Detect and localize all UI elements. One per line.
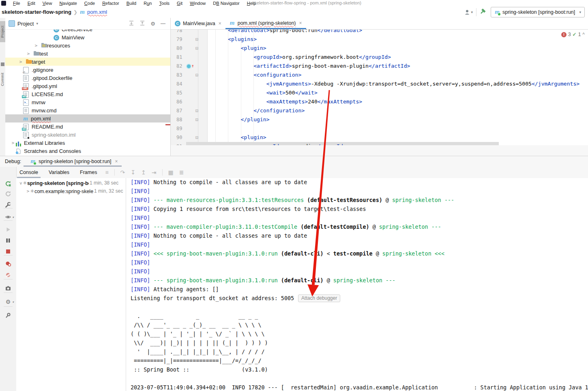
stop-icon[interactable] <box>5 248 11 254</box>
menu-refactor[interactable]: Refactor <box>99 1 123 6</box>
close-icon[interactable]: × <box>115 159 118 164</box>
app-logo-icon[interactable] <box>1 1 6 6</box>
step-over-icon[interactable]: ↷ <box>120 169 125 176</box>
settings-gear-icon[interactable]: ⚙▾ <box>5 298 11 305</box>
stripe-tab-project[interactable]: Project <box>0 21 5 42</box>
code-line-84[interactable]: 84 <jvmArguments>-Xdebug -Xrunjdwp:trans… <box>171 79 588 88</box>
user-profile-icon[interactable]: ▾ <box>464 9 473 15</box>
attach-debugger-link[interactable]: Attach debugger <box>298 294 340 302</box>
threads-view-icon[interactable]: ≣ <box>179 169 184 176</box>
menu-run[interactable]: Run <box>140 1 155 6</box>
chevron-right-icon[interactable]: > <box>11 139 15 147</box>
code-line-87[interactable]: 87⊟ </configuration> <box>171 106 588 115</box>
tree-item-resources[interactable]: >resources <box>5 41 170 49</box>
code-line-85[interactable]: 85 <wait>500</wait> <box>171 88 588 97</box>
code-line-90[interactable]: 90⊟ <plugin> <box>171 133 588 142</box>
pin-icon[interactable] <box>5 312 11 318</box>
collapse-all-icon[interactable] <box>139 20 145 27</box>
layout-settings-icon[interactable]: ≡ <box>105 169 108 176</box>
rerun-icon[interactable] <box>5 180 11 187</box>
tree-item-mainview[interactable]: CMainView <box>5 33 170 41</box>
tree-item-scratches-and-consoles[interactable]: Scratches and Consoles <box>5 147 170 155</box>
fold-marker-icon[interactable]: ⊟ <box>195 35 198 44</box>
close-icon[interactable]: × <box>219 21 221 26</box>
editor-tab-mainview.java[interactable]: CMainView.java× <box>171 18 225 29</box>
menu-code[interactable]: Code <box>81 1 99 6</box>
rerun-failed-tests-icon[interactable] <box>5 190 11 197</box>
code-line-86[interactable]: 86 <maxAttempts>240</maxAttempts> <box>171 97 588 106</box>
collapse-widget-icon[interactable]: ^ <box>582 32 585 37</box>
run-configuration-select[interactable]: m spring-skeleton [spring-boot:run] ▾ <box>491 7 585 17</box>
debug-tab-frames[interactable]: Frames <box>80 167 97 178</box>
tree-item-pom-xml[interactable]: mpom.xml <box>5 114 170 122</box>
stripe-tab-commit[interactable]: Commit <box>0 70 5 89</box>
session-settings-wrench-icon[interactable] <box>5 201 11 208</box>
inspection-widget[interactable]: ! 3 ✓ 1 ^ <box>561 32 585 37</box>
menu-window[interactable]: Window <box>186 1 209 6</box>
debug-tab-console[interactable]: Console <box>19 167 38 178</box>
close-icon[interactable]: × <box>299 20 302 26</box>
navigate-gutter-icon[interactable]: ↑ <box>186 62 194 71</box>
menu-navigate[interactable]: Navigate <box>56 1 80 6</box>
debug-tree-item[interactable]: >∗spring-skeleton [spring-boot1 min, 38 … <box>19 179 118 187</box>
code-line-81[interactable]: 81 <groupId>org.springframework.boot</gr… <box>171 53 588 62</box>
code-line-80[interactable]: 80⊟ <plugin> <box>171 44 588 53</box>
chevron-right-icon[interactable]: > <box>19 58 23 66</box>
menu-db-navigator[interactable]: DB Navigator <box>209 1 243 6</box>
menu-build[interactable]: Build <box>123 1 140 6</box>
build-hammer-icon[interactable] <box>480 8 487 16</box>
tree-item-license-md[interactable]: MDLICENSE.md <box>5 90 170 98</box>
menu-tools[interactable]: Tools <box>155 1 173 6</box>
chevron-right-icon[interactable]: > <box>34 42 38 50</box>
project-view-chevron-icon[interactable]: ▾ <box>36 21 38 26</box>
fold-marker-icon[interactable]: ⊟ <box>195 115 198 124</box>
code-line-88[interactable]: 88⊟ </plugin> <box>171 115 588 124</box>
view-breakpoints-icon[interactable] <box>5 260 11 266</box>
menu-git[interactable]: Git <box>173 1 186 6</box>
tree-item--gitpod-yml[interactable]: YML.gitpod.yml <box>5 82 170 90</box>
gear-icon[interactable]: ⚙ <box>150 21 155 27</box>
tree-item-mvnw-cmd[interactable]: mvnw.cmd <box>5 106 170 114</box>
view-options-eye-icon[interactable]: ▾ <box>5 213 11 220</box>
mute-breakpoints-icon[interactable] <box>5 271 11 278</box>
fold-marker-icon[interactable]: ⊟ <box>195 106 198 115</box>
pause-icon[interactable] <box>5 237 11 243</box>
tree-item-external-libraries[interactable]: >External Libraries <box>5 139 170 147</box>
tree-item-spring-skeleton-iml[interactable]: spring-skeleton.iml <box>5 131 170 139</box>
breadcrumb-file[interactable]: pom.xml <box>87 9 107 15</box>
code-line-91[interactable]: 91 <groupId>com.vaadin</groupId> <box>171 142 588 145</box>
menu-file[interactable]: File <box>9 1 24 6</box>
breadcrumb-project[interactable]: skeleton-starter-flow-spring <box>2 9 71 15</box>
run-to-cursor-icon[interactable]: ⇥ <box>152 169 157 176</box>
chevron-down-icon[interactable]: > <box>17 181 25 185</box>
resume-icon[interactable] <box>5 226 11 232</box>
thread-dump-camera-icon[interactable] <box>5 285 11 291</box>
code-line-82[interactable]: 82↑ <artifactId>spring-boot-maven-plugin… <box>171 62 588 71</box>
debug-tree-item[interactable]: >∗com.example:spring-skele1 min, 32 sec <box>26 187 123 195</box>
console-output[interactable]: [INFO] Nothing to compile - all classes … <box>126 178 588 391</box>
hide-panel-icon[interactable]: — <box>161 21 165 26</box>
tree-item-target[interactable]: >target <box>5 58 170 66</box>
code-line-83[interactable]: 83⊟ <configuration> <box>171 71 588 79</box>
tree-item-mvnw[interactable]: >_mvnw <box>5 98 170 106</box>
chevron-right-icon[interactable]: > <box>26 50 30 58</box>
debug-tab-variables[interactable]: Variables <box>49 167 69 178</box>
evaluate-grid-icon[interactable]: ▦ <box>168 169 174 176</box>
tree-item-readme-md[interactable]: MDREADME.md <box>5 122 170 131</box>
step-into-icon[interactable]: ↧ <box>131 169 135 176</box>
menu-view[interactable]: View <box>39 1 56 6</box>
project-panel-title[interactable]: Project <box>17 21 34 27</box>
menu-edit[interactable]: Edit <box>24 1 39 6</box>
fold-marker-icon[interactable]: ⊟ <box>195 44 198 53</box>
tree-item--gitpod-dockerfile[interactable]: .gitpod.Dockerfile <box>5 74 170 82</box>
tree-item--gitignore[interactable]: ⊘.gitignore <box>5 66 170 74</box>
editor-tab-pom.xml[interactable]: mpom.xml (spring-skeleton)× <box>225 18 306 29</box>
tree-item-test[interactable]: >test <box>5 49 170 58</box>
step-out-icon[interactable]: ↥ <box>141 169 146 176</box>
fold-marker-icon[interactable]: ⊟ <box>195 133 198 142</box>
code-line-79[interactable]: 79⊟ <plugins> <box>171 35 588 44</box>
select-opened-file-icon[interactable] <box>129 20 134 27</box>
chevron-right-icon[interactable]: > <box>26 187 30 196</box>
fold-marker-icon[interactable]: ⊟ <box>195 71 198 79</box>
code-line-89[interactable]: 89 <box>171 124 588 133</box>
